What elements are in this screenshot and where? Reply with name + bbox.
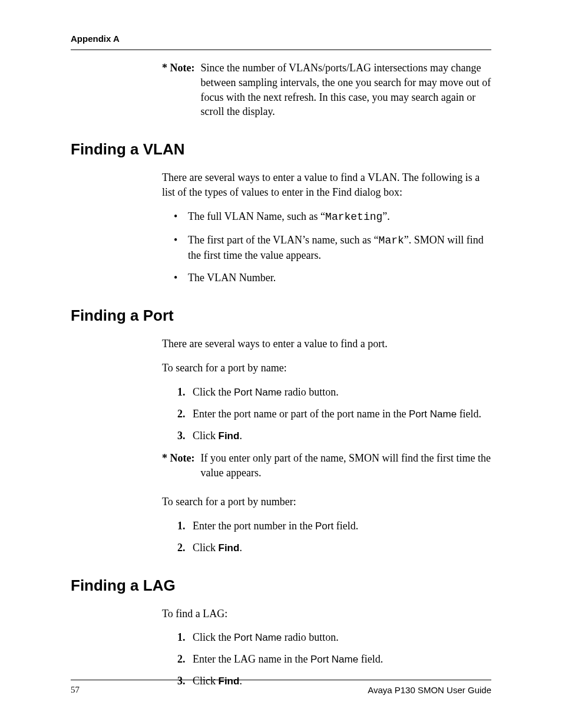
list-item: The first part of the VLAN’s name, such … [174, 233, 491, 263]
port-byname-steps: Click the Port Name radio button. Enter … [177, 385, 491, 443]
ui-label: Port Name [234, 387, 282, 398]
list-item: Click the Port Name radio button. [177, 630, 491, 645]
text: . [239, 542, 242, 554]
list-item: The VLAN Number. [174, 271, 491, 285]
text: Enter the LAG name in the [193, 653, 310, 665]
heading-finding-port: Finding a Port [71, 307, 491, 325]
footer-line: 57 Avaya P130 SMON User Guide [71, 685, 491, 695]
page-footer: 57 Avaya P130 SMON User Guide [71, 676, 491, 695]
text: field. [457, 408, 481, 420]
list-item: Click Find. [177, 541, 491, 555]
list-item: Enter the port number in the Port field. [177, 519, 491, 533]
note-label: * Note: [162, 61, 200, 119]
note: * Note: Since the number of VLANs/ports/… [162, 61, 491, 119]
text: The full VLAN Name, such as “ [188, 210, 325, 222]
list-item: Enter the port name or part of the port … [177, 407, 491, 421]
list-item: Click Find. [177, 429, 491, 443]
text: The first part of the VLAN’s name, such … [188, 234, 379, 246]
text: Enter the port name or part of the port … [193, 408, 409, 420]
text: Click [193, 542, 219, 554]
document-page: Appendix A * Note: Since the number of V… [0, 0, 562, 728]
port-intro: There are several ways to enter a value … [162, 337, 491, 351]
text: The VLAN Number. [188, 272, 276, 284]
heading-finding-lag: Finding a LAG [71, 577, 491, 595]
ui-label: Port Name [409, 409, 457, 420]
ui-label-bold: Find [219, 542, 240, 554]
vlan-intro: There are several ways to enter a value … [162, 170, 491, 200]
port-section: There are several ways to enter a value … [162, 337, 491, 555]
footer-rule [71, 680, 491, 680]
footer-title: Avaya P130 SMON User Guide [368, 685, 491, 695]
text: field. [333, 520, 358, 532]
header-rule [71, 50, 491, 50]
text: Enter the port number in the [193, 520, 315, 532]
note-text: If you enter only part of the name, SMON… [200, 451, 491, 480]
text: field. [358, 653, 383, 665]
text: . [239, 430, 242, 442]
note-text: Since the number of VLANs/ports/LAG inte… [200, 61, 491, 119]
page-number: 57 [71, 685, 80, 695]
heading-finding-vlan: Finding a VLAN [71, 140, 491, 159]
port-bynum-steps: Enter the port number in the Port field.… [177, 519, 491, 555]
ui-label: Port Name [234, 632, 282, 643]
note: * Note: If you enter only part of the na… [162, 451, 491, 480]
ui-label: Port [315, 521, 333, 532]
text: radio button. [282, 386, 339, 398]
text: Click the [193, 386, 234, 398]
vlan-bullet-list: The full VLAN Name, such as “Marketing”.… [174, 209, 491, 285]
code-text: Mark [379, 235, 404, 246]
note-label: * Note: [162, 451, 200, 480]
list-item: Enter the LAG name in the Port Name fiel… [177, 652, 491, 667]
ui-label-bold: Find [219, 430, 240, 442]
port-bynum-lead: To search for a port by number: [162, 495, 491, 509]
text: Click [193, 430, 219, 442]
vlan-section: There are several ways to enter a value … [162, 170, 491, 285]
code-text: Marketing [325, 211, 382, 223]
text: ”. [382, 210, 390, 222]
port-byname-lead: To search for a port by name: [162, 361, 491, 375]
text: Click the [193, 631, 234, 643]
lag-intro: To find a LAG: [162, 607, 491, 621]
list-item: The full VLAN Name, such as “Marketing”. [174, 209, 491, 225]
list-item: Click the Port Name radio button. [177, 385, 491, 400]
running-header: Appendix A [71, 34, 491, 44]
top-note-block: * Note: Since the number of VLANs/ports/… [162, 61, 491, 119]
text: radio button. [282, 631, 339, 643]
ui-label: Port Name [310, 654, 358, 665]
